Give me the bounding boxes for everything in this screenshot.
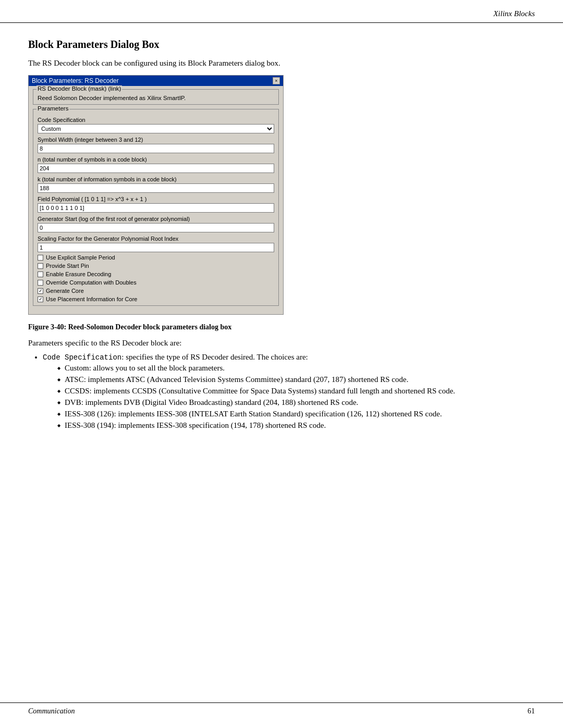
field-label-1: Symbol Width (integer between 3 and 12) bbox=[38, 137, 274, 143]
checkbox-label-3: Override Computation with Doubles bbox=[46, 279, 137, 286]
symbol-width-input[interactable] bbox=[38, 144, 274, 153]
bullet-text-0: : specifies the type of RS Decoder desir… bbox=[121, 353, 308, 361]
field-label-4: Field Polynomial ( [1 0 1 1] => x^3 + x … bbox=[38, 196, 274, 202]
footer-left: Communication bbox=[28, 707, 75, 715]
checkbox-generate-core[interactable]: ✓ bbox=[38, 288, 43, 294]
generator-start-input[interactable] bbox=[38, 223, 274, 232]
page-header: Xilinx Blocks bbox=[0, 0, 563, 23]
body-text: Parameters specific to the RS Decoder bl… bbox=[28, 339, 535, 348]
sub-bullet-0: Custom: allows you to set all the block … bbox=[57, 364, 535, 373]
code-spec-select[interactable]: Custom ATSC CCSDS DVB IESS-308 (126) IES… bbox=[38, 124, 274, 133]
checkbox-row-0[interactable]: Use Explicit Sample Period bbox=[38, 254, 274, 261]
params-inner: Code Specification Custom ATSC CCSDS DVB… bbox=[38, 112, 274, 302]
sub-bullet-3: DVB: implements DVB (Digital Video Broad… bbox=[57, 398, 535, 407]
field-label-5: Generator Start (log of the first root o… bbox=[38, 216, 274, 222]
checkbox-row-5[interactable]: ✓ Use Placement Information for Core bbox=[38, 296, 274, 302]
scaling-factor-input[interactable] bbox=[38, 243, 274, 252]
field-label-2: n (total number of symbols in a code blo… bbox=[38, 156, 274, 163]
main-bullet-list: Code Specification: specifies the type o… bbox=[43, 353, 535, 430]
checkbox-row-3[interactable]: Override Computation with Doubles bbox=[38, 279, 274, 286]
bullet-item-0: Code Specification: specifies the type o… bbox=[43, 353, 535, 430]
checkbox-placement-info[interactable]: ✓ bbox=[38, 297, 43, 302]
dialog-group-mask: RS Decoder Block (mask) (link) Reed Solo… bbox=[33, 89, 279, 105]
checkbox-erasure-decoding[interactable] bbox=[38, 272, 43, 277]
group1-legend: RS Decoder Block (mask) (link) bbox=[36, 85, 122, 92]
footer-right: 61 bbox=[528, 707, 535, 715]
dialog-group-params: Parameters Code Specification Custom ATS… bbox=[33, 109, 279, 306]
page-footer: Communication 61 bbox=[0, 702, 563, 715]
group1-content: Reed Solomon Decoder implemented as Xili… bbox=[38, 95, 274, 101]
group2-legend: Parameters bbox=[36, 105, 69, 112]
field-label-3: k (total number of information symbols i… bbox=[38, 176, 274, 182]
code-spec-code: Code Specification bbox=[43, 353, 121, 362]
field-label-0: Code Specification bbox=[38, 117, 274, 123]
dialog-titlebar: Block Parameters: RS Decoder × bbox=[29, 76, 283, 86]
checkbox-row-2[interactable]: Enable Erasure Decoding bbox=[38, 271, 274, 277]
field-label-6: Scaling Factor for the Generator Polynom… bbox=[38, 236, 274, 242]
sub-bullet-2: CCSDS: implements CCSDS (Consultative Co… bbox=[57, 387, 535, 396]
checkbox-row-4[interactable]: ✓ Generate Core bbox=[38, 288, 274, 294]
code-spec-row: Custom ATSC CCSDS DVB IESS-308 (126) IES… bbox=[38, 124, 274, 133]
sub-bullet-5: IESS-308 (194): implements IESS-308 spec… bbox=[57, 421, 535, 430]
checkbox-row-1[interactable]: Provide Start Pin bbox=[38, 263, 274, 269]
main-content: Block Parameters Dialog Box The RS Decod… bbox=[0, 23, 563, 456]
checkbox-explicit-sample[interactable] bbox=[38, 255, 43, 261]
dialog-title: Block Parameters: RS Decoder bbox=[32, 77, 119, 84]
field-polynomial-input[interactable] bbox=[38, 203, 274, 213]
dialog-body: RS Decoder Block (mask) (link) Reed Solo… bbox=[29, 86, 283, 314]
n-symbols-input[interactable] bbox=[38, 164, 274, 173]
intro-text: The RS Decoder block can be configured u… bbox=[28, 59, 535, 68]
group1-text: Reed Solomon Decoder implemented as Xili… bbox=[38, 95, 186, 101]
sub-bullet-4: IESS-308 (126): implements IESS-308 (INT… bbox=[57, 410, 535, 418]
sub-bullet-list: Custom: allows you to set all the block … bbox=[57, 364, 535, 430]
figure-caption: Figure 3-40: Reed-Solomon Decoder block … bbox=[28, 323, 535, 331]
checkbox-label-4: Generate Core bbox=[46, 288, 84, 294]
checkbox-label-5: Use Placement Information for Core bbox=[46, 296, 137, 302]
section-heading: Block Parameters Dialog Box bbox=[28, 39, 535, 51]
dialog-close-button[interactable]: × bbox=[273, 77, 280, 84]
checkbox-label-1: Provide Start Pin bbox=[46, 263, 89, 269]
k-symbols-input[interactable] bbox=[38, 183, 274, 193]
checkbox-override-computation[interactable] bbox=[38, 280, 43, 286]
checkbox-label-0: Use Explicit Sample Period bbox=[46, 254, 115, 261]
checkbox-provide-start[interactable] bbox=[38, 263, 43, 269]
sub-bullet-1: ATSC: implements ATSC (Advanced Televisi… bbox=[57, 375, 535, 384]
dialog-box: Block Parameters: RS Decoder × RS Decode… bbox=[28, 75, 284, 315]
header-title: Xilinx Blocks bbox=[493, 9, 535, 18]
checkbox-label-2: Enable Erasure Decoding bbox=[46, 271, 111, 277]
